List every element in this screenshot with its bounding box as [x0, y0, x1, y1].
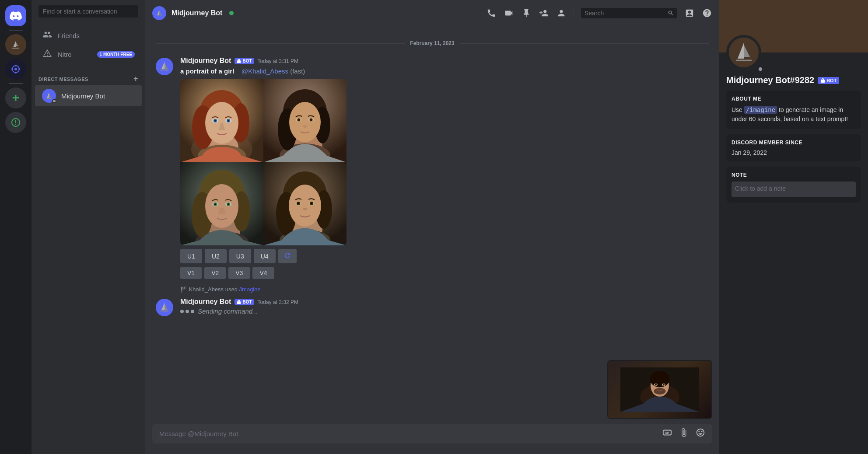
pin-button[interactable]: [521, 8, 532, 18]
message-input-box[interactable]: GIF: [152, 424, 712, 444]
friends-icon: [42, 30, 52, 42]
server-sidebar: +: [0, 0, 32, 454]
online-status: [229, 11, 234, 15]
server-icon-add[interactable]: +: [5, 87, 26, 108]
bot-avatar: [156, 58, 173, 75]
message-timestamp: Today at 3:31 PM: [258, 58, 298, 64]
server-separator: [9, 30, 23, 31]
svg-point-53: [289, 185, 321, 227]
generated-image-2[interactable]: [263, 79, 346, 162]
message-group-1: Midjourney Bot BOT Today at 3:31 PM a po…: [145, 53, 719, 283]
message-mention: @Khalid_Abess: [242, 67, 288, 75]
dm-nav-items: Friends Nitro 1 MONTH FREE: [32, 23, 145, 67]
svg-point-56: [298, 203, 299, 204]
call-button[interactable]: [486, 8, 497, 18]
search-bar[interactable]: [581, 8, 677, 18]
v3-button[interactable]: V3: [228, 267, 250, 279]
u3-button[interactable]: U3: [229, 249, 251, 263]
nitro-icon: [42, 49, 52, 60]
member-since-section: DISCORD MEMBER SINCE Jan 29, 2022: [726, 134, 861, 161]
note-title: NOTE: [732, 172, 856, 178]
server-icon-explore[interactable]: [5, 112, 26, 133]
about-me-section: ABOUT ME Use /imagine to generate an ima…: [726, 91, 861, 129]
member-since-title: DISCORD MEMBER SINCE: [732, 140, 856, 146]
u4-button[interactable]: U4: [254, 249, 276, 263]
inbox-button[interactable]: [684, 8, 695, 18]
refresh-button[interactable]: [278, 249, 297, 263]
attachment-button[interactable]: [679, 428, 689, 440]
message-input[interactable]: [159, 424, 657, 444]
message-input-area: GIF: [145, 424, 719, 454]
variation-buttons: V1 V2 V3 V4: [180, 267, 709, 279]
svg-point-67: [650, 370, 670, 387]
profile-header-banner: [719, 0, 868, 52]
svg-point-59: [311, 203, 312, 204]
upscale-buttons: U1 U2 U3 U4: [180, 249, 709, 263]
profile-status-indicator: [757, 66, 761, 70]
generated-image-1[interactable]: [180, 79, 263, 162]
command-user: Khalid_Abess used: [189, 286, 239, 293]
video-button[interactable]: [504, 8, 514, 18]
svg-point-69: [655, 384, 657, 386]
message-content: Midjourney Bot BOT Today at 3:31 PM a po…: [180, 57, 709, 279]
svg-point-4: [15, 65, 17, 66]
message-text: a portrait of a girl – @Khalid_Abess (fa…: [180, 66, 709, 76]
find-conversation-input[interactable]: [38, 5, 138, 17]
svg-point-7: [18, 68, 20, 70]
profile-avatar-image: [729, 38, 759, 67]
svg-point-72: [654, 388, 666, 394]
sending-timestamp: Today at 3:32 PM: [258, 299, 298, 305]
v2-button[interactable]: V2: [204, 267, 226, 279]
sending-message-group: Midjourney Bot BOT Today at 3:32 PM Send…: [145, 294, 719, 320]
friends-label: Friends: [58, 32, 80, 39]
svg-point-21: [228, 120, 229, 122]
dm-search-box[interactable]: [32, 0, 145, 23]
profile-body: Midjourney Bot#9282 BOT ABOUT ME Use /im…: [719, 52, 868, 215]
video-overlay: [607, 360, 712, 419]
command-link[interactable]: /imagine: [239, 286, 261, 293]
svg-point-3: [14, 68, 17, 70]
search-input[interactable]: [584, 10, 665, 17]
about-me-text: Use /imagine to generate an image in und…: [732, 105, 856, 124]
note-input[interactable]: Click to add a note: [732, 182, 856, 197]
sending-bot-avatar: [156, 299, 173, 316]
gif-button[interactable]: GIF: [662, 428, 672, 440]
u1-button[interactable]: U1: [180, 249, 202, 263]
v4-button[interactable]: V4: [252, 267, 274, 279]
channel-name: Midjourney Bot: [172, 9, 222, 17]
bot-badge: BOT: [234, 58, 254, 64]
server-icon-ai[interactable]: [5, 59, 26, 80]
member-since-date: Jan 29, 2022: [732, 149, 856, 156]
server-icon-home[interactable]: [5, 5, 26, 26]
chat-header: Midjourney Bot: [145, 0, 719, 26]
header-actions: [486, 8, 712, 18]
dm-add-button[interactable]: +: [133, 74, 138, 84]
sidebar-item-friends[interactable]: Friends: [35, 26, 142, 45]
generated-image-3[interactable]: [180, 162, 263, 245]
generated-image-grid[interactable]: [180, 79, 346, 245]
note-section: NOTE Click to add a note: [726, 167, 861, 203]
dm-user-midjourney[interactable]: Midjourney Bot: [35, 85, 142, 106]
emoji-button[interactable]: [696, 428, 705, 440]
sending-status: Sending command...: [180, 307, 709, 315]
profile-bot-badge: BOT: [818, 77, 839, 84]
dm-section-header: DIRECT MESSAGES +: [32, 67, 145, 85]
user-profile-panel: Midjourney Bot#9282 BOT ABOUT ME Use /im…: [719, 0, 868, 454]
u2-button[interactable]: U2: [205, 249, 227, 263]
svg-point-18: [214, 120, 216, 122]
svg-point-28: [289, 102, 321, 142]
profile-button[interactable]: [556, 8, 567, 18]
server-icon-sailing[interactable]: [5, 34, 26, 55]
sidebar-item-nitro[interactable]: Nitro 1 MONTH FREE: [35, 45, 142, 64]
v1-button[interactable]: V1: [180, 267, 202, 279]
generated-image-4[interactable]: [263, 162, 346, 245]
add-friend-button[interactable]: [539, 8, 549, 18]
svg-point-5: [15, 72, 17, 73]
command-usage-msg: 🏴 Khalid_Abess used /imagine: [145, 283, 719, 294]
svg-point-43: [214, 203, 216, 205]
message-username: Midjourney Bot: [180, 57, 231, 65]
sending-bot-badge: BOT: [234, 299, 254, 305]
help-button[interactable]: [702, 8, 712, 18]
svg-point-32: [310, 119, 313, 122]
svg-point-6: [11, 68, 13, 70]
